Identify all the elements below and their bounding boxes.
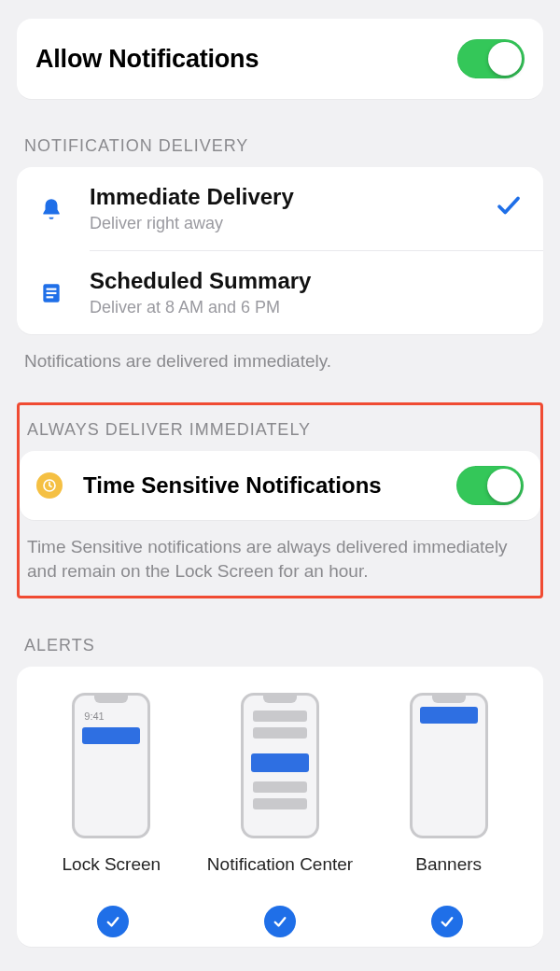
allow-notifications-row[interactable]: Allow Notifications xyxy=(17,19,543,99)
alert-option-label: Lock Screen xyxy=(63,853,161,898)
delivery-section-header: NOTIFICATION DELIVERY xyxy=(24,136,536,156)
delivery-footer-note: Notifications are delivered immediately. xyxy=(24,349,536,374)
delivery-option-title: Scheduled Summary xyxy=(90,268,523,294)
time-sensitive-label: Time Sensitive Notifications xyxy=(83,472,456,499)
checkmark-icon xyxy=(495,191,523,226)
summary-icon xyxy=(34,281,69,305)
delivery-option-title: Immediate Delivery xyxy=(90,184,495,210)
svg-rect-3 xyxy=(47,296,54,298)
delivery-option-immediate[interactable]: Immediate Delivery Deliver right away xyxy=(17,167,543,250)
alert-option-lockscreen[interactable]: 9:41 Lock Screen xyxy=(30,693,193,898)
svg-rect-2 xyxy=(47,291,57,293)
always-section-header: ALWAYS DELIVER IMMEDIATELY xyxy=(27,420,533,440)
delivery-list: Immediate Delivery Deliver right away Sc… xyxy=(17,167,543,334)
alerts-card: 9:41 Lock Screen Notification Center xyxy=(17,667,543,947)
time-sensitive-card: Time Sensitive Notifications xyxy=(20,451,540,520)
svg-rect-1 xyxy=(47,288,57,289)
allow-notifications-toggle[interactable] xyxy=(457,39,525,78)
bell-icon xyxy=(34,197,69,221)
notification-center-preview-icon xyxy=(241,693,319,838)
banners-preview-icon xyxy=(410,693,488,838)
alert-check-lockscreen[interactable] xyxy=(97,906,129,937)
allow-notifications-label: Allow Notifications xyxy=(35,45,259,74)
alerts-section-header: ALERTS xyxy=(24,636,536,655)
clock-icon xyxy=(36,472,63,499)
alert-check-banners[interactable] xyxy=(431,906,463,937)
always-deliver-highlight: ALWAYS DELIVER IMMEDIATELY Time Sensitiv… xyxy=(17,402,543,598)
alert-option-label: Banners xyxy=(415,853,482,898)
delivery-option-subtitle: Deliver right away xyxy=(90,214,495,233)
alert-option-banners[interactable]: Banners xyxy=(367,693,530,898)
delivery-option-scheduled[interactable]: Scheduled Summary Deliver at 8 AM and 6 … xyxy=(17,251,543,334)
delivery-option-subtitle: Deliver at 8 AM and 6 PM xyxy=(90,298,523,317)
preview-clock: 9:41 xyxy=(84,711,104,722)
time-sensitive-toggle[interactable] xyxy=(456,466,524,505)
lockscreen-preview-icon: 9:41 xyxy=(72,693,150,838)
time-sensitive-row[interactable]: Time Sensitive Notifications xyxy=(20,451,540,520)
always-footer-note: Time Sensitive notifications are always … xyxy=(27,535,533,584)
alert-option-notification-center[interactable]: Notification Center xyxy=(199,693,362,898)
alert-check-notification-center[interactable] xyxy=(264,906,296,937)
alert-option-label: Notification Center xyxy=(207,853,353,898)
